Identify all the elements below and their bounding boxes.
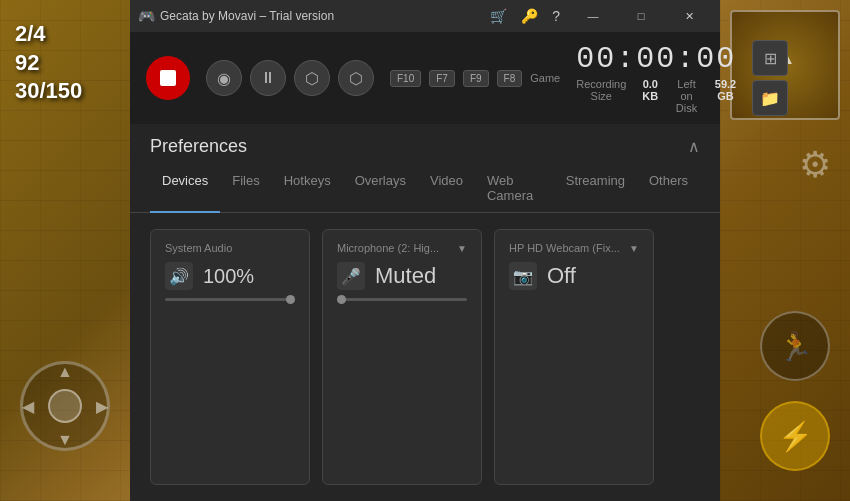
tab-webcamera[interactable]: Web Camera bbox=[475, 165, 554, 213]
webcam-value: Off bbox=[547, 263, 576, 289]
hotkey-f9[interactable]: F9 bbox=[463, 70, 489, 87]
toolbar-buttons: ◉ ⏸ ⬡ ⬡ bbox=[206, 60, 374, 96]
toolbar-right: ⊞ 📁 bbox=[752, 40, 788, 116]
arrow-right-icon: ▶ bbox=[96, 397, 108, 416]
hotkey-labels: F10 F7 F9 F8 Game bbox=[390, 70, 560, 87]
gamepad-icon: ⬡ bbox=[349, 69, 363, 88]
overlay-icon: ⊞ bbox=[764, 49, 777, 68]
minimize-button[interactable]: — bbox=[570, 0, 616, 32]
title-bar-extra-icons: 🛒 🔑 ? bbox=[490, 8, 560, 24]
toolbar: ◉ ⏸ ⬡ ⬡ F10 F7 F9 F8 Game 00:00:00 Recor… bbox=[130, 32, 720, 124]
webcam-card: HP HD Webcam (Fix... ▼ 📷 Off bbox=[494, 229, 654, 485]
title-bar-text: Gecata by Movavi – Trial version bbox=[160, 9, 490, 23]
tab-others[interactable]: Others bbox=[637, 165, 700, 213]
timer-info: Recording Size 0.0 KB Left on Disk 59.2 … bbox=[576, 78, 736, 114]
microphone-value: Muted bbox=[375, 263, 436, 289]
close-button[interactable]: ✕ bbox=[666, 0, 712, 32]
tab-hotkeys[interactable]: Hotkeys bbox=[272, 165, 343, 213]
tab-files[interactable]: Files bbox=[220, 165, 271, 213]
key-icon[interactable]: 🔑 bbox=[521, 8, 538, 24]
arrow-controls: ▲ ▼ ◀ ▶ bbox=[20, 361, 110, 451]
collapse-button[interactable]: ∧ bbox=[688, 137, 700, 156]
webcam-dropdown-icon[interactable]: ▼ bbox=[629, 243, 639, 254]
recording-size-label: Recording Size bbox=[576, 78, 626, 114]
tab-streaming[interactable]: Streaming bbox=[554, 165, 637, 213]
game-label: Game bbox=[530, 72, 560, 84]
arrow-up-icon: ▲ bbox=[57, 363, 73, 381]
system-audio-value: 100% bbox=[203, 265, 254, 288]
microphone-slider-thumb bbox=[337, 295, 346, 304]
app-icon: 🎮 bbox=[138, 8, 154, 24]
pause-button[interactable]: ⏸ bbox=[250, 60, 286, 96]
overlay-button[interactable]: ⊞ bbox=[752, 40, 788, 76]
microphone-name: Microphone (2: Hig... bbox=[337, 242, 453, 254]
window-controls: — □ ✕ bbox=[570, 0, 712, 32]
hotkey-f8[interactable]: F8 bbox=[497, 70, 523, 87]
microphone-muted-icon: 🎤 bbox=[337, 262, 365, 290]
system-audio-name: System Audio bbox=[165, 242, 295, 254]
webcam-body: 📷 Off bbox=[509, 262, 639, 290]
webcam-icon: ◉ bbox=[217, 69, 231, 88]
hotkey-f7[interactable]: F7 bbox=[429, 70, 455, 87]
microphone-card: Microphone (2: Hig... ▼ 🎤 Muted bbox=[322, 229, 482, 485]
app-window: 🎮 Gecata by Movavi – Trial version 🛒 🔑 ?… bbox=[130, 0, 720, 501]
system-audio-body: 🔊 100% bbox=[165, 262, 295, 290]
microphone-dropdown-icon[interactable]: ▼ bbox=[457, 243, 467, 254]
preferences-header: Preferences ∧ bbox=[130, 124, 720, 157]
gear-icon: ⚙ bbox=[790, 140, 840, 190]
cart-icon[interactable]: 🛒 bbox=[490, 8, 507, 24]
camera-icon: ⬡ bbox=[305, 69, 319, 88]
screenshot-button[interactable]: ⬡ bbox=[294, 60, 330, 96]
game-stats: 2/4 92 30/150 bbox=[15, 20, 82, 106]
maximize-button[interactable]: □ bbox=[618, 0, 664, 32]
gamepad-button[interactable]: ⬡ bbox=[338, 60, 374, 96]
tab-overlays[interactable]: Overlays bbox=[343, 165, 418, 213]
folder-icon: 📁 bbox=[760, 89, 780, 108]
left-on-disk-label: Left on Disk bbox=[674, 78, 699, 114]
recording-size-value: 0.0 KB bbox=[642, 78, 658, 114]
left-on-disk-value: 59.2 GB bbox=[715, 78, 736, 114]
help-icon[interactable]: ? bbox=[552, 8, 560, 24]
arrow-down-icon: ▼ bbox=[57, 431, 73, 449]
system-audio-card: System Audio 🔊 100% bbox=[150, 229, 310, 485]
system-audio-slider-thumb bbox=[286, 295, 295, 304]
title-bar: 🎮 Gecata by Movavi – Trial version 🛒 🔑 ?… bbox=[130, 0, 720, 32]
pause-icon: ⏸ bbox=[260, 69, 276, 87]
microphone-header: Microphone (2: Hig... ▼ bbox=[337, 242, 467, 254]
system-audio-slider[interactable] bbox=[165, 298, 295, 301]
webcam-name: HP HD Webcam (Fix... bbox=[509, 242, 625, 254]
tab-devices[interactable]: Devices bbox=[150, 165, 220, 213]
system-audio-header: System Audio bbox=[165, 242, 295, 254]
preferences-panel: Preferences ∧ Devices Files Hotkeys Over… bbox=[130, 124, 720, 501]
speaker-icon: 🔊 bbox=[165, 262, 193, 290]
devices-content: System Audio 🔊 100% Microphone (2: Hig..… bbox=[130, 213, 720, 501]
camera-off-icon: 📷 bbox=[509, 262, 537, 290]
preferences-title: Preferences bbox=[150, 136, 247, 157]
webcam-button[interactable]: ◉ bbox=[206, 60, 242, 96]
microphone-body: 🎤 Muted bbox=[337, 262, 467, 290]
stop-icon bbox=[160, 70, 176, 86]
preferences-tabs: Devices Files Hotkeys Overlays Video Web… bbox=[130, 165, 720, 213]
action-icon[interactable]: ⚡ bbox=[760, 401, 830, 471]
tab-video[interactable]: Video bbox=[418, 165, 475, 213]
folder-button[interactable]: 📁 bbox=[752, 80, 788, 116]
microphone-slider[interactable] bbox=[337, 298, 467, 301]
timer-section: 00:00:00 Recording Size 0.0 KB Left on D… bbox=[576, 42, 736, 114]
record-button[interactable] bbox=[146, 56, 190, 100]
arrow-left-icon: ◀ bbox=[22, 397, 34, 416]
timer-display: 00:00:00 bbox=[576, 42, 736, 76]
webcam-header: HP HD Webcam (Fix... ▼ bbox=[509, 242, 639, 254]
hotkey-f10[interactable]: F10 bbox=[390, 70, 421, 87]
run-icon[interactable]: 🏃 bbox=[760, 311, 830, 381]
